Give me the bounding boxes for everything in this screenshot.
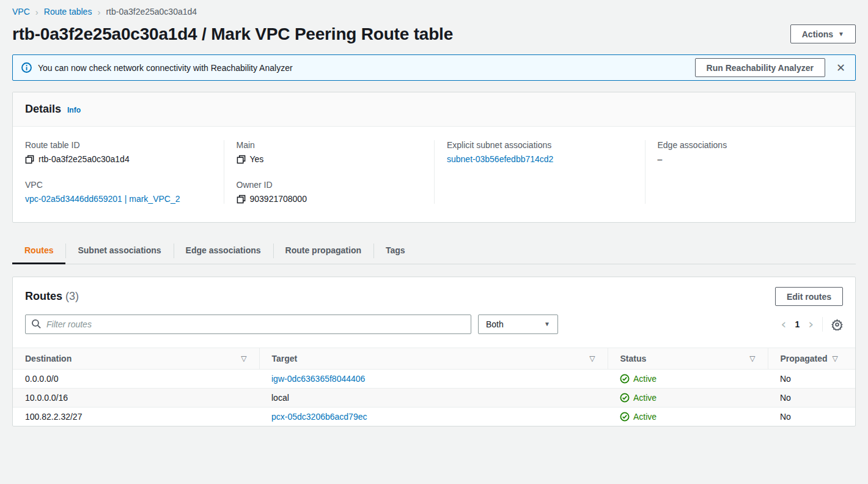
status-badge: Active	[633, 374, 657, 384]
propagated-cell: No	[768, 370, 855, 389]
route-type-selected: Both	[486, 319, 504, 329]
tab-tags[interactable]: Tags	[373, 240, 417, 264]
run-reachability-analyzer-button[interactable]: Run Reachability Analyzer	[695, 58, 825, 77]
sort-icon[interactable]: ▽	[589, 354, 595, 363]
routes-table: Destination ▽ Target ▽ Status ▽	[13, 348, 855, 426]
target-link[interactable]: pcx-05dc3206b6acd79ec	[271, 412, 367, 422]
column-header-status[interactable]: Status ▽	[608, 348, 768, 370]
field-label: Explicit subnet associations	[447, 140, 633, 150]
routes-count: (3)	[65, 290, 79, 302]
details-column-3: Explicit subnet associations subnet-03b5…	[434, 140, 645, 204]
owner-id-value: 903921708000	[250, 194, 307, 204]
routes-title: Routes (3)	[25, 290, 79, 303]
field-explicit-subnet-associations: Explicit subnet associations subnet-03b5…	[447, 140, 633, 164]
table-header-row: Destination ▽ Target ▽ Status ▽	[13, 348, 855, 370]
tab-edge-associations[interactable]: Edge associations	[174, 240, 273, 264]
tab-route-propagation[interactable]: Route propagation	[273, 240, 373, 264]
propagated-cell: No	[768, 389, 855, 408]
banner-message: You can now check network connectivity w…	[38, 63, 293, 73]
breadcrumb-current: rtb-0a3f2e25a0c30a1d4	[106, 7, 197, 17]
actions-button[interactable]: Actions ▼	[790, 24, 856, 43]
copy-icon[interactable]	[25, 155, 34, 164]
copy-icon[interactable]	[237, 195, 246, 204]
breadcrumb: VPC › Route tables › rtb-0a3f2e25a0c30a1…	[12, 0, 856, 17]
target-local: local	[271, 393, 289, 403]
column-header-target[interactable]: Target ▽	[259, 348, 608, 370]
sort-icon[interactable]: ▽	[749, 354, 755, 363]
vpc-route-table-page: VPC › Route tables › rtb-0a3f2e25a0c30a1…	[0, 0, 868, 426]
close-icon[interactable]: ✕	[835, 61, 847, 75]
table-row: 0.0.0.0/0 igw-0dc636365f8044406 Active N…	[13, 370, 855, 389]
chevron-down-icon: ▼	[838, 31, 844, 37]
edge-associations-value: –	[658, 154, 663, 164]
previous-page-icon[interactable]: ‹	[781, 318, 787, 331]
field-label: Edge associations	[658, 140, 844, 150]
target-link[interactable]: igw-0dc636365f8044406	[271, 374, 365, 384]
status-cell: Active	[608, 370, 768, 389]
check-circle-icon	[620, 374, 630, 384]
target-cell: local	[259, 389, 608, 408]
info-icon	[21, 62, 32, 73]
details-panel: Details Info Route table ID rtb-0a3f2e25…	[12, 92, 856, 223]
target-cell: pcx-05dc3206b6acd79ec	[259, 408, 608, 426]
status-badge: Active	[633, 393, 657, 403]
search-icon	[31, 319, 42, 331]
breadcrumb-route-tables[interactable]: Route tables	[44, 7, 92, 17]
subnet-association-link[interactable]: subnet-03b56efedbb714cd2	[447, 154, 553, 164]
current-page-number: 1	[795, 319, 800, 329]
destination-cell: 100.82.2.32/27	[13, 408, 259, 426]
tab-routes[interactable]: Routes	[12, 240, 65, 264]
details-info-link[interactable]: Info	[67, 106, 81, 114]
field-label: Owner ID	[237, 180, 422, 190]
gear-icon[interactable]	[831, 319, 843, 330]
field-main: Main Yes	[237, 140, 422, 164]
field-label: VPC	[25, 180, 211, 190]
tab-strip: Routes Subnet associations Edge associat…	[12, 240, 856, 264]
divider	[822, 317, 823, 332]
breadcrumb-separator-icon: ›	[97, 7, 100, 17]
copy-icon[interactable]	[237, 155, 246, 164]
table-row: 10.0.0.0/16 local Active No	[13, 389, 855, 408]
details-column-4: Edge associations –	[645, 140, 856, 204]
breadcrumb-vpc[interactable]: VPC	[12, 7, 30, 17]
check-circle-icon	[620, 393, 630, 403]
next-page-icon[interactable]: ›	[808, 318, 814, 331]
propagated-cell: No	[768, 408, 855, 426]
chevron-down-icon: ▼	[544, 321, 550, 327]
field-label: Main	[237, 140, 422, 150]
field-route-table-id: Route table ID rtb-0a3f2e25a0c30a1d4	[25, 140, 211, 164]
details-column-2: Main Yes Owner ID 903921708000	[224, 140, 435, 204]
sort-icon[interactable]: ▽	[833, 354, 838, 363]
status-cell: Active	[608, 408, 768, 426]
field-vpc: VPC vpc-02a5d3446dd659201 | mark_VPC_2	[25, 180, 211, 204]
breadcrumb-separator-icon: ›	[35, 7, 39, 17]
route-type-select[interactable]: Both ▼	[478, 315, 558, 334]
status-badge: Active	[633, 412, 657, 422]
route-table-id-value: rtb-0a3f2e25a0c30a1d4	[39, 154, 130, 164]
vpc-link[interactable]: vpc-02a5d3446dd659201 | mark_VPC_2	[25, 194, 180, 204]
target-cell: igw-0dc636365f8044406	[259, 370, 608, 389]
details-title: Details	[25, 103, 61, 116]
page-title: rtb-0a3f2e25a0c30a1d4 / Mark VPC Peering…	[12, 24, 453, 44]
field-label: Route table ID	[25, 140, 211, 150]
status-cell: Active	[608, 389, 768, 408]
edit-routes-button[interactable]: Edit routes	[775, 287, 843, 306]
tab-subnet-associations[interactable]: Subnet associations	[65, 240, 173, 264]
field-edge-associations: Edge associations –	[658, 140, 844, 164]
sort-icon[interactable]: ▽	[241, 354, 246, 363]
destination-cell: 10.0.0.0/16	[13, 389, 259, 408]
main-value: Yes	[250, 154, 264, 164]
routes-panel: Routes (3) Edit routes Both ▼ ‹ 1 ›	[12, 277, 856, 426]
details-column-1: Route table ID rtb-0a3f2e25a0c30a1d4 VPC…	[13, 140, 224, 204]
table-row: 100.82.2.32/27 pcx-05dc3206b6acd79ec Act…	[13, 408, 855, 426]
destination-cell: 0.0.0.0/0	[13, 370, 259, 389]
check-circle-icon	[620, 412, 630, 422]
column-header-destination[interactable]: Destination ▽	[13, 348, 259, 370]
info-banner: You can now check network connectivity w…	[12, 54, 856, 81]
column-header-propagated[interactable]: Propagated ▽	[768, 348, 855, 370]
field-owner-id: Owner ID 903921708000	[237, 180, 422, 204]
filter-routes-input[interactable]	[25, 315, 471, 334]
